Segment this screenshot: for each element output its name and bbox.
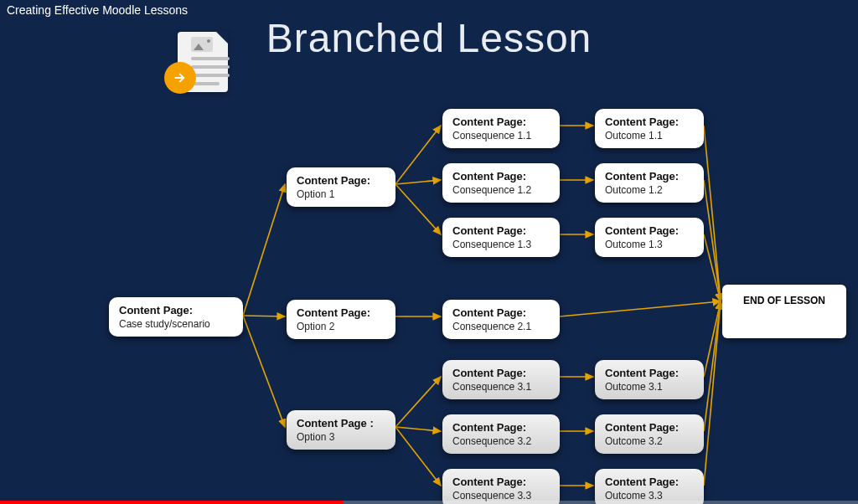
svg-line-18 <box>704 234 721 301</box>
slide-title: Branched Lesson <box>0 15 858 61</box>
node-subtitle: Outcome 3.3 <box>605 490 694 501</box>
svg-line-0 <box>243 184 285 316</box>
node-opt1: Content Page:Option 1 <box>287 167 395 207</box>
node-title: Content Page: <box>452 224 550 237</box>
svg-line-1 <box>243 316 285 316</box>
node-subtitle: Outcome 1.1 <box>605 130 694 141</box>
node-title: Content Page: <box>605 224 694 237</box>
node-title: Content Page: <box>452 367 550 379</box>
node-c32: Content Page:Consequence 3.2 <box>442 414 560 454</box>
video-title: Creating Effective Moodle Lessons <box>7 3 188 17</box>
node-c31: Content Page:Consequence 3.1 <box>442 360 560 399</box>
node-title: Content Page: <box>452 170 550 183</box>
svg-line-17 <box>704 180 721 301</box>
node-title: Content Page: <box>605 476 694 488</box>
node-subtitle: Outcome 1.3 <box>605 239 694 250</box>
end-label: END OF LESSON <box>743 295 825 306</box>
node-o12: Content Page:Outcome 1.2 <box>595 163 704 203</box>
node-subtitle: Consequence 3.1 <box>452 381 550 393</box>
node-title: Content Page: <box>297 306 385 319</box>
video-progress-bar[interactable] <box>0 501 858 504</box>
lesson-activity-icon <box>169 32 236 99</box>
node-c12: Content Page:Consequence 1.2 <box>442 163 560 203</box>
svg-line-20 <box>704 301 721 377</box>
node-root: Content Page:Case study/scenario <box>109 297 243 337</box>
node-c13: Content Page:Consequence 1.3 <box>442 218 560 257</box>
flow-arrows <box>0 0 858 504</box>
end-of-lesson-node: END OF LESSON <box>722 285 846 338</box>
node-subtitle: Option 3 <box>297 431 385 443</box>
node-subtitle: Case study/scenario <box>119 318 233 330</box>
svg-line-22 <box>704 301 721 486</box>
node-o33: Content Page:Outcome 3.3 <box>595 469 704 504</box>
image-placeholder-icon <box>191 37 213 52</box>
node-subtitle: Outcome 3.1 <box>605 381 694 393</box>
svg-line-2 <box>243 316 285 427</box>
node-subtitle: Option 2 <box>297 321 385 332</box>
node-title: Content Page : <box>297 417 385 429</box>
node-subtitle: Consequence 1.3 <box>452 239 550 250</box>
arrow-right-icon <box>164 62 196 94</box>
svg-line-21 <box>704 301 721 431</box>
node-title: Content Page: <box>605 367 694 379</box>
node-opt2: Content Page:Option 2 <box>287 300 395 339</box>
node-subtitle: Consequence 3.2 <box>452 435 550 447</box>
node-title: Content Page: <box>605 116 694 128</box>
node-title: Content Page: <box>452 421 550 434</box>
node-title: Content Page: <box>605 421 694 434</box>
node-title: Content Page: <box>452 116 550 128</box>
node-o11: Content Page:Outcome 1.1 <box>595 109 704 148</box>
node-c33: Content Page:Consequence 3.3 <box>442 469 560 504</box>
node-o32: Content Page:Outcome 3.2 <box>595 414 704 454</box>
svg-line-16 <box>704 126 721 301</box>
node-subtitle: Consequence 1.1 <box>452 130 550 141</box>
node-opt3: Content Page :Option 3 <box>287 410 395 450</box>
node-subtitle: Option 1 <box>297 188 385 200</box>
node-title: Content Page: <box>605 170 694 183</box>
node-title: Content Page: <box>452 476 550 488</box>
node-title: Content Page: <box>452 306 550 319</box>
svg-line-7 <box>395 377 441 427</box>
node-subtitle: Outcome 3.2 <box>605 435 694 447</box>
node-title: Content Page: <box>297 174 385 187</box>
node-o31: Content Page:Outcome 3.1 <box>595 360 704 399</box>
video-progress-filled <box>0 501 344 504</box>
node-subtitle: Consequence 3.3 <box>452 490 550 501</box>
svg-line-4 <box>395 180 441 184</box>
node-subtitle: Consequence 2.1 <box>452 321 550 332</box>
svg-line-5 <box>395 184 441 234</box>
node-c11: Content Page:Consequence 1.1 <box>442 109 560 148</box>
svg-line-3 <box>395 126 441 184</box>
svg-line-9 <box>395 427 441 486</box>
node-subtitle: Consequence 1.2 <box>452 184 550 196</box>
node-title: Content Page: <box>119 304 233 316</box>
svg-line-19 <box>560 301 721 316</box>
node-c21: Content Page:Consequence 2.1 <box>442 300 560 339</box>
node-o13: Content Page:Outcome 1.3 <box>595 218 704 257</box>
node-subtitle: Outcome 1.2 <box>605 184 694 196</box>
svg-line-8 <box>395 427 441 431</box>
